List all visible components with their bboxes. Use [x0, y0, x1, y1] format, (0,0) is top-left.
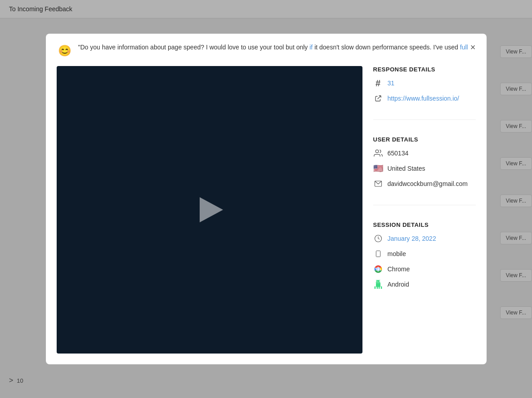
feedback-quote-text: "Do you have information about page spee… [78, 43, 476, 52]
quote-text-middle: it doesn't slow down performance speeds.… [313, 44, 460, 51]
session-device-row: mobile [373, 249, 476, 259]
user-id-value: 650134 [388, 150, 409, 157]
user-country-value: United States [388, 165, 425, 172]
modal-close-button[interactable]: × [467, 41, 479, 53]
mobile-icon [373, 249, 383, 259]
details-panel: RESPONSE DETAILS # 31 https: [373, 66, 476, 354]
flag-icon: 🇺🇸 [373, 164, 383, 173]
svg-point-0 [376, 150, 379, 153]
response-id-row: # 31 [373, 78, 476, 88]
video-player[interactable] [57, 66, 362, 354]
svg-point-7 [377, 268, 379, 270]
session-details-title: SESSION DETAILS [373, 221, 476, 228]
hash-icon: # [373, 78, 383, 88]
chrome-icon [373, 264, 383, 274]
clock-icon [373, 234, 383, 243]
envelope-icon [373, 179, 383, 189]
modal-overlay: 😊 "Do you have information about page sp… [0, 0, 532, 398]
users-icon [373, 148, 383, 158]
session-device-value: mobile [388, 250, 406, 257]
response-details-section: RESPONSE DETAILS # 31 https: [373, 66, 476, 109]
section-divider-1 [373, 119, 476, 120]
response-details-title: RESPONSE DETAILS [373, 66, 476, 73]
android-icon [373, 279, 383, 289]
play-triangle-icon [200, 197, 223, 222]
user-country-row: 🇺🇸 United States [373, 164, 476, 173]
response-url-row: https://www.fullsession.io/ [373, 93, 476, 103]
session-os-row: Android [373, 279, 476, 289]
response-url-value[interactable]: https://www.fullsession.io/ [388, 95, 460, 102]
svg-rect-3 [376, 251, 380, 256]
session-details-section: SESSION DETAILS January 28, 2022 [373, 221, 476, 295]
user-id-row: 650134 [373, 148, 476, 158]
session-date-row: January 28, 2022 [373, 234, 476, 243]
user-email-value: davidwcockburn@gmail.com [388, 180, 468, 187]
section-divider-2 [373, 205, 476, 205]
modal-body: RESPONSE DETAILS # 31 https: [46, 66, 487, 364]
response-id-value: 31 [388, 80, 395, 87]
user-email-row: davidwcockburn@gmail.com [373, 179, 476, 189]
session-browser-row: Chrome [373, 264, 476, 274]
modal-header: 😊 "Do you have information about page sp… [46, 34, 487, 66]
play-button[interactable] [196, 196, 223, 223]
quote-text-before: "Do you have information about page spee… [78, 44, 310, 51]
feedback-detail-modal: 😊 "Do you have information about page sp… [46, 34, 487, 364]
session-os-value: Android [388, 281, 409, 288]
session-browser-value: Chrome [388, 265, 410, 273]
session-date-value: January 28, 2022 [388, 235, 436, 242]
user-details-section: USER DETAILS 650134 [373, 136, 476, 194]
link-arrow-icon [373, 93, 383, 103]
user-details-title: USER DETAILS [373, 136, 476, 143]
user-emoji-avatar: 😊 [57, 43, 73, 59]
